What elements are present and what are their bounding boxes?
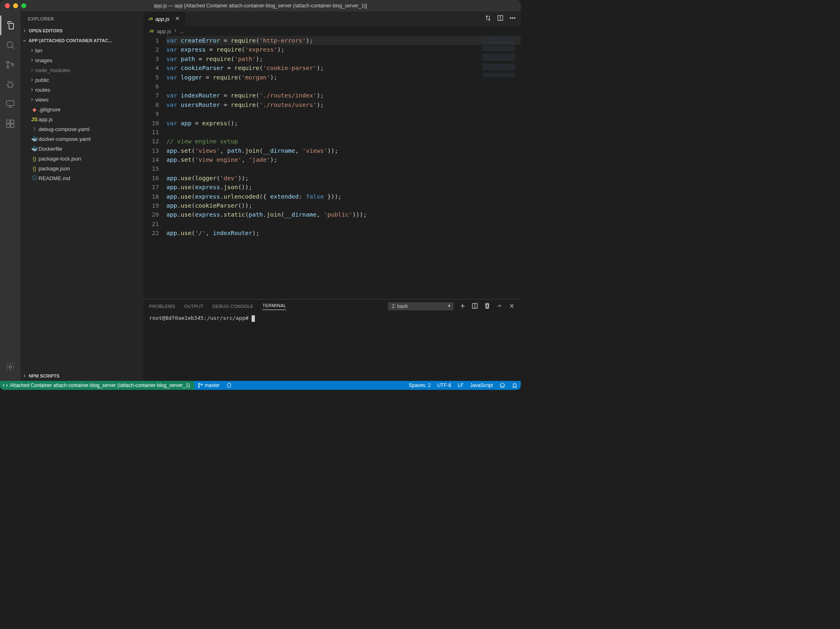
language-status[interactable]: JavaScript [467,382,496,388]
svg-point-2 [7,66,9,68]
file-tree: binimagesnode_modulespublicroutesviews◆.… [20,45,143,371]
terminal-prompt: root@8df0ae1eb345:/usr/src/app# [149,315,252,321]
status-bar: Attached Container attach-container-blog… [0,381,521,390]
file-item[interactable]: ⓘREADME.md [20,173,143,183]
js-file-icon: JS [149,29,154,33]
editor-panel: JS app.js JS app.js ... 1234567891011121… [143,11,521,381]
new-terminal-icon[interactable] [459,303,466,310]
tab-label: app.js [155,16,170,22]
tab-app-js[interactable]: JS app.js [143,11,186,26]
chevron-right-icon [22,28,27,33]
chevron-right-icon [22,373,27,378]
close-tab-icon[interactable] [175,16,180,23]
svg-rect-8 [7,124,10,127]
open-editors-section[interactable]: OPEN EDITORS [20,26,143,36]
search-activity-icon[interactable] [0,35,20,55]
eol-status[interactable]: LF [454,382,467,388]
terminal-select[interactable]: 2: bash [388,302,454,310]
window-title: app.js — app [Attached Container attach-… [154,3,367,9]
svg-point-18 [201,384,202,385]
chevron-right-icon [29,48,35,53]
file-item[interactable]: {}package.json [20,163,143,173]
folder-section[interactable]: APP [ATTACHED CONTAINER ATTAC... [20,36,143,45]
svg-point-10 [9,366,11,368]
file-item[interactable]: 🐳Dockerfile [20,144,143,154]
sidebar-title: EXPLORER [20,11,143,26]
docker-compose-icon: 🐳 [30,136,39,142]
chevron-right-icon [29,58,35,63]
file-item[interactable]: {}package-lock.json [20,154,143,163]
remote-status[interactable]: Attached Container attach-container-blog… [0,381,194,390]
git-file-icon: ◆ [30,106,39,113]
close-window-button[interactable] [5,3,10,8]
folder-item[interactable]: node_modules [20,65,143,75]
more-actions-icon[interactable] [509,15,516,23]
chevron-down-icon [22,38,27,43]
code-editor[interactable]: 12345678910111213141516171819202122 var … [143,36,521,299]
js-file-icon: JS [30,116,39,122]
folder-item[interactable]: bin [20,45,143,55]
docker-file-icon: 🐳 [30,146,39,152]
activity-bar [0,11,20,381]
split-editor-icon[interactable] [497,15,504,23]
terminal-tab[interactable]: TERMINAL [262,303,286,310]
output-tab[interactable]: OUTPUT [184,304,204,309]
notifications-icon[interactable] [509,382,521,388]
svg-point-13 [512,18,513,18]
chevron-right-icon [29,87,35,92]
close-panel-icon[interactable] [509,303,515,310]
svg-point-16 [198,383,200,385]
json-file-icon: {} [30,156,39,162]
folder-item[interactable]: images [20,55,143,65]
bottom-panel: PROBLEMS OUTPUT DEBUG CONSOLE TERMINAL 2… [143,299,521,381]
minimap[interactable] [482,37,515,77]
folder-item[interactable]: public [20,75,143,85]
chevron-right-icon [29,77,35,82]
encoding-status[interactable]: UTF-8 [434,382,454,388]
chevron-right-icon [29,97,35,102]
git-branch-status[interactable]: master [194,381,223,390]
info-file-icon: ⓘ [30,174,39,182]
compare-changes-icon[interactable] [485,15,491,23]
spaces-status[interactable]: Spaces: 2 [406,382,434,388]
svg-rect-5 [7,101,14,106]
debug-activity-icon[interactable] [0,75,20,94]
svg-point-1 [7,61,9,63]
npm-scripts-section[interactable]: NPM SCRIPTS [20,371,143,381]
maximize-panel-icon[interactable] [496,303,503,310]
file-item[interactable]: !debug-compose.yaml [20,124,143,134]
yaml-file-icon: ! [30,126,39,132]
extensions-activity-icon[interactable] [0,114,20,133]
svg-point-12 [510,18,511,18]
folder-item[interactable]: views [20,95,143,104]
problems-tab[interactable]: PROBLEMS [149,304,175,309]
feedback-icon[interactable] [496,382,509,388]
source-control-activity-icon[interactable] [0,55,20,75]
svg-point-19 [500,383,505,388]
js-file-icon: JS [148,17,153,21]
remote-explorer-activity-icon[interactable] [0,94,20,114]
explorer-sidebar: EXPLORER OPEN EDITORS APP [ATTACHED CONT… [20,11,143,381]
terminal-body[interactable]: root@8df0ae1eb345:/usr/src/app# [143,313,521,381]
chevron-right-icon [173,28,178,34]
kill-terminal-icon[interactable] [484,303,490,310]
minimize-window-button[interactable] [13,3,18,8]
title-bar: app.js — app [Attached Container attach-… [0,0,521,11]
split-terminal-icon[interactable] [472,303,478,310]
svg-point-0 [7,42,13,48]
file-item[interactable]: JSapp.js [20,114,143,124]
svg-rect-7 [11,120,14,123]
json-file-icon: {} [30,165,39,172]
file-item[interactable]: ◆.gitignore [20,104,143,114]
settings-gear-icon[interactable] [0,357,20,377]
debug-console-tab[interactable]: DEBUG CONSOLE [213,304,254,309]
maximize-window-button[interactable] [21,3,26,8]
svg-point-14 [514,18,515,18]
sync-status[interactable] [223,381,235,390]
breadcrumbs[interactable]: JS app.js ... [143,26,521,36]
file-item[interactable]: 🐳docker-compose.yaml [20,134,143,144]
svg-rect-6 [7,120,10,123]
folder-item[interactable]: routes [20,85,143,95]
window-controls [0,3,26,8]
explorer-activity-icon[interactable] [0,16,20,35]
